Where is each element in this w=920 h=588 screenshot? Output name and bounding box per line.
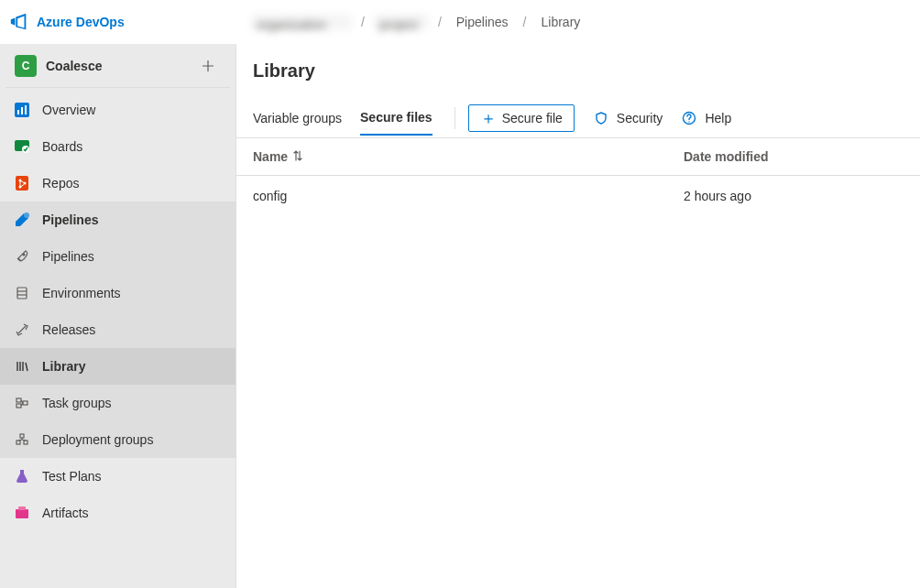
svg-point-11 — [23, 254, 25, 256]
project-row[interactable]: C Coalesce — [5, 44, 230, 88]
svg-rect-1 — [17, 110, 19, 114]
nav-label: Overview — [42, 103, 95, 117]
svg-rect-6 — [16, 176, 28, 191]
table-row[interactable]: config 2 hours ago — [236, 176, 920, 216]
add-secure-file-button[interactable]: ＋ Secure file — [468, 104, 575, 132]
security-link[interactable]: Security — [593, 110, 663, 126]
svg-rect-31 — [18, 506, 26, 510]
nav-label: Deployment groups — [42, 432, 153, 447]
overview-icon — [13, 101, 31, 119]
breadcrumb-sep: / — [356, 15, 370, 29]
nav-artifacts[interactable]: Artifacts — [0, 495, 235, 531]
svg-rect-2 — [21, 107, 23, 114]
boards-icon — [13, 137, 31, 156]
tab-variable-groups[interactable]: Variable groups — [253, 102, 342, 135]
nav-sub-pipelines[interactable]: Pipelines — [0, 238, 235, 275]
nav-sub-deploygroups[interactable]: Deployment groups — [0, 421, 235, 458]
col-name-header[interactable]: Name — [253, 149, 684, 164]
breadcrumb-pipelines[interactable]: Pipelines — [451, 11, 514, 33]
nav-label: Repos — [42, 176, 79, 191]
breadcrumb-project[interactable]: project — [374, 14, 429, 30]
nav-testplans[interactable]: Test Plans — [0, 458, 235, 495]
artifacts-icon — [13, 504, 31, 522]
library-icon — [13, 357, 31, 376]
breadcrumb-org[interactable]: organization — [251, 14, 352, 30]
repos-icon — [13, 174, 31, 192]
col-label: Date modified — [684, 149, 769, 164]
tabbar: Variable groups Secure files ＋ Secure fi… — [236, 98, 920, 138]
release-icon — [13, 321, 31, 339]
cell-date: 2 hours ago — [684, 189, 904, 203]
col-date-header[interactable]: Date modified — [684, 149, 904, 164]
link-label: Help — [705, 111, 731, 125]
nav-boards[interactable]: Boards — [0, 128, 235, 165]
nav-pipelines[interactable]: Pipelines — [0, 201, 235, 238]
nav-label: Boards — [42, 139, 82, 154]
nav-label: Pipelines — [42, 212, 98, 227]
deploygroups-icon — [13, 430, 31, 449]
breadcrumbs: organization / project / Pipelines / Lib… — [236, 11, 586, 33]
svg-rect-24 — [16, 441, 20, 444]
svg-point-10 — [24, 212, 29, 218]
nav-label: Library — [42, 359, 85, 374]
svg-rect-20 — [16, 404, 21, 408]
top-bar: Azure DevOps organization / project / Pi… — [0, 0, 920, 44]
breadcrumb-sep: / — [433, 15, 447, 29]
project-avatar: C — [15, 55, 37, 77]
help-icon — [681, 110, 697, 126]
sidebar: C Coalesce Overview Boards Repos Pipelin… — [0, 44, 236, 588]
pipelines-icon — [13, 211, 31, 229]
nav-sub-taskgroups[interactable]: Task groups — [0, 385, 235, 421]
server-icon — [13, 284, 31, 302]
svg-rect-19 — [16, 398, 21, 402]
help-link[interactable]: Help — [681, 110, 731, 126]
nav-label: Test Plans — [42, 469, 102, 484]
nav-label: Environments — [42, 286, 121, 300]
page-title: Library — [236, 60, 920, 98]
shield-icon — [593, 110, 609, 126]
button-label: Secure file — [502, 111, 563, 125]
brand-wrap[interactable]: Azure DevOps — [9, 12, 236, 32]
nav-label: Pipelines — [42, 249, 94, 264]
add-icon[interactable] — [195, 53, 221, 79]
plus-icon: ＋ — [480, 110, 497, 126]
breadcrumb-library[interactable]: Library — [536, 11, 586, 33]
main: Library Variable groups Secure files ＋ S… — [236, 44, 920, 588]
nav-label: Releases — [42, 322, 95, 337]
nav-sub-library[interactable]: Library — [0, 348, 235, 385]
svg-rect-25 — [24, 441, 27, 444]
nav-label: Artifacts — [42, 506, 89, 520]
tab-secure-files[interactable]: Secure files — [360, 101, 433, 136]
svg-line-28 — [18, 440, 22, 441]
svg-rect-26 — [20, 434, 24, 438]
svg-point-33 — [689, 121, 690, 122]
svg-rect-12 — [17, 288, 27, 299]
table-header: Name Date modified — [236, 138, 920, 176]
taskgroups-icon — [13, 394, 31, 412]
svg-rect-30 — [16, 509, 28, 518]
rocket-icon — [13, 247, 31, 266]
nav-repos[interactable]: Repos — [0, 165, 235, 201]
svg-rect-21 — [23, 401, 27, 405]
svg-line-18 — [26, 363, 27, 371]
col-label: Name — [253, 149, 288, 164]
nav-overview[interactable]: Overview — [0, 92, 235, 128]
breadcrumb-sep: / — [518, 15, 532, 29]
brand-label: Azure DevOps — [37, 15, 125, 29]
azure-devops-logo-icon — [9, 12, 29, 32]
nav-sub-environments[interactable]: Environments — [0, 275, 235, 311]
testplans-icon — [13, 467, 31, 485]
nav-sub-releases[interactable]: Releases — [0, 311, 235, 348]
cell-name: config — [253, 189, 684, 203]
nav: Overview Boards Repos Pipelines Pipeline… — [0, 88, 235, 531]
sort-icon — [293, 150, 302, 164]
svg-rect-3 — [25, 105, 27, 114]
divider — [455, 107, 455, 129]
link-label: Security — [617, 111, 663, 125]
nav-label: Task groups — [42, 396, 111, 410]
svg-line-29 — [22, 440, 26, 441]
project-name: Coalesce — [46, 59, 186, 73]
